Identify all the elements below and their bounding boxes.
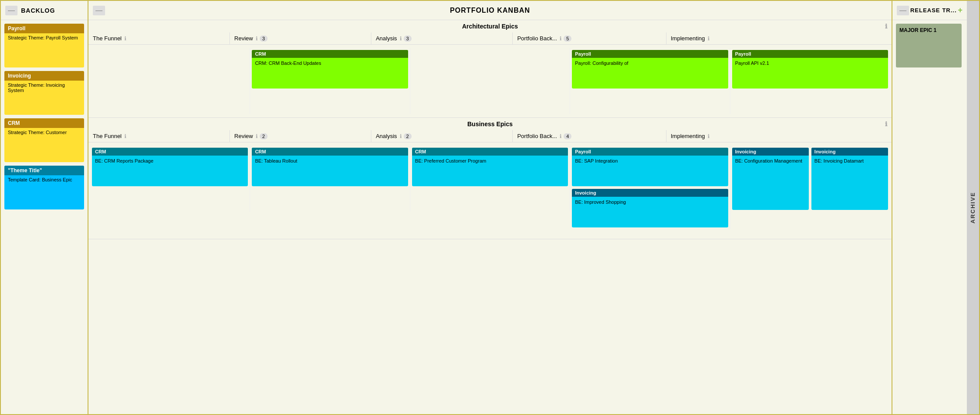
biz-cards-row: CRM BE: CRM Reports Package CRM BE: Tabl… <box>88 142 892 239</box>
card-header: Invoicing <box>572 189 728 197</box>
list-item[interactable]: Payroll Strategic Theme: Payroll System <box>4 24 84 67</box>
arch-funnel-label: The Funnel <box>93 35 122 42</box>
arch-col-portfolio-header: Portfolio Back... ℹ 5 <box>513 32 666 44</box>
list-item[interactable]: CRM BE: Preferred Customer Program <box>412 148 568 186</box>
arch-implementing-col: Payroll Payroll API v2.1 <box>730 48 890 114</box>
backlog-cards: Payroll Strategic Theme: Payroll System … <box>1 20 88 213</box>
release-cards: MAJOR EPIC 1 <box>892 20 967 71</box>
card-body: Payroll API v2.1 <box>732 58 888 89</box>
biz-col-funnel-header: The Funnel ℹ <box>88 130 230 142</box>
card-header: "Theme Title" <box>4 166 84 175</box>
info-icon[interactable]: ℹ <box>885 121 887 128</box>
biz-review-label: Review <box>234 133 253 139</box>
card-body: Strategic Theme: Payroll System <box>4 33 84 44</box>
biz-col-analysis-header: Analysis ℹ 2 <box>371 130 513 142</box>
biz-analysis-count: 2 <box>404 133 412 139</box>
arch-review-count: 3 <box>260 35 268 42</box>
info-icon[interactable]: ℹ <box>124 133 127 139</box>
business-epics-title: Business Epics <box>467 121 513 128</box>
add-release-button[interactable]: + <box>958 6 962 15</box>
arch-analysis-label: Analysis <box>376 35 397 42</box>
arch-implementing-label: Implementing <box>671 35 705 42</box>
card-header: Payroll <box>572 148 728 156</box>
card-body: BE: Tableau Rollout <box>252 156 408 186</box>
list-item[interactable]: Invoicing Strategic Theme: Invoicing Sys… <box>4 71 84 115</box>
backlog-panel: — BACKLOG Payroll Strategic Theme: Payro… <box>1 1 88 414</box>
biz-col-implementing-header: Implementing ℹ <box>666 130 892 142</box>
card-body: BE: Improved Shopping <box>572 197 728 227</box>
arch-col-analysis-header: Analysis ℹ 3 <box>371 32 513 44</box>
backlog-collapse-button[interactable]: — <box>5 6 18 15</box>
card-body: BE: CRM Reports Package <box>92 156 248 186</box>
main-panel: — PORTFOLIO KANBAN Architectural Epics ℹ… <box>88 1 892 414</box>
list-item[interactable]: MAJOR EPIC 1 <box>896 24 962 67</box>
info-icon[interactable]: ℹ <box>708 35 710 42</box>
biz-col-review-header: Review ℹ 2 <box>230 130 371 142</box>
arch-portfolio-label: Portfolio Back... <box>517 35 557 42</box>
biz-review-count: 2 <box>260 133 268 139</box>
arch-review-label: Review <box>234 35 253 42</box>
list-item[interactable]: CRM BE: CRM Reports Package <box>92 148 248 186</box>
arch-analysis-count: 3 <box>404 35 412 42</box>
release-header: — RELEASE TR... + <box>892 1 967 20</box>
info-icon[interactable]: ℹ <box>400 133 402 139</box>
biz-portfolio-col: Payroll BE: SAP Integration Invoicing BE… <box>570 146 730 229</box>
list-item[interactable]: Invoicing BE: Improved Shopping <box>572 189 728 227</box>
biz-portfolio-label: Portfolio Back... <box>517 133 557 139</box>
card-body: CRM: CRM Back-End Updates <box>252 58 408 89</box>
list-item[interactable]: CRM CRM: CRM Back-End Updates <box>252 50 408 89</box>
biz-analysis-label: Analysis <box>376 133 397 139</box>
architectural-epics-title: Architectural Epics <box>462 23 518 30</box>
card-header: CRM <box>252 50 408 58</box>
arch-cards-row: CRM CRM: CRM Back-End Updates Payroll Pa… <box>88 45 892 117</box>
biz-columns-header: The Funnel ℹ Review ℹ 2 Analysis ℹ 2 Por… <box>88 130 892 142</box>
card-header: CRM <box>412 148 568 156</box>
info-icon[interactable]: ℹ <box>124 35 127 42</box>
arch-col-implementing-header: Implementing ℹ <box>666 32 892 44</box>
architectural-epics-section: Architectural Epics ℹ The Funnel ℹ Revie… <box>88 20 892 118</box>
list-item[interactable]: Invoicing BE: Configuration Management <box>732 148 809 210</box>
list-item[interactable]: Invoicing BE: Invoicing Datamart <box>811 148 888 210</box>
kanban-header: — PORTFOLIO KANBAN <box>88 1 892 20</box>
card-header: CRM <box>92 148 248 156</box>
business-epics-section: Business Epics ℹ The Funnel ℹ Review ℹ 2… <box>88 118 892 239</box>
business-epics-header: Business Epics ℹ <box>88 118 892 130</box>
list-item[interactable]: "Theme Title" Template Card: Business Ep… <box>4 166 84 209</box>
info-icon[interactable]: ℹ <box>400 35 402 42</box>
release-collapse-button[interactable]: — <box>897 6 909 15</box>
card-header: Payroll <box>572 50 728 58</box>
arch-col-review-header: Review ℹ 3 <box>230 32 371 44</box>
card-body: Template Card: Business Epic <box>4 175 84 186</box>
card-body: BE: Preferred Customer Program <box>412 156 568 186</box>
card-header: Invoicing <box>732 148 809 156</box>
card-header: Invoicing <box>4 71 84 81</box>
card-body: BE: Invoicing Datamart <box>811 156 888 186</box>
list-item[interactable]: Payroll Payroll: Configurability of <box>572 50 728 89</box>
kanban-collapse-button[interactable]: — <box>93 6 105 15</box>
arch-col-funnel-header: The Funnel ℹ <box>88 32 230 44</box>
biz-funnel-col: CRM BE: CRM Reports Package <box>90 146 250 212</box>
list-item[interactable]: Payroll Payroll API v2.1 <box>732 50 888 89</box>
info-icon[interactable]: ℹ <box>256 35 258 42</box>
arch-portfolio-count: 5 <box>564 35 571 42</box>
info-icon[interactable]: ℹ <box>560 133 562 139</box>
backlog-header: — BACKLOG <box>1 1 88 20</box>
card-header: CRM <box>4 118 84 128</box>
arch-analysis-col <box>410 48 570 114</box>
info-icon[interactable]: ℹ <box>885 23 887 30</box>
biz-analysis-col: CRM BE: Preferred Customer Program <box>410 146 570 212</box>
list-item[interactable]: CRM BE: Tableau Rollout <box>252 148 408 186</box>
archive-label: ARCHIVE <box>967 1 979 414</box>
list-item[interactable]: CRM Strategic Theme: Customer <box>4 118 84 162</box>
release-panel: — RELEASE TR... + MAJOR EPIC 1 ARCHIVE <box>892 1 979 414</box>
info-icon[interactable]: ℹ <box>708 133 710 139</box>
card-body: BE: SAP Integration <box>572 156 728 186</box>
card-body: Payroll: Configurability of <box>572 58 728 89</box>
biz-review-col: CRM BE: Tableau Rollout <box>250 146 410 212</box>
info-icon[interactable]: ℹ <box>560 35 562 42</box>
list-item[interactable]: Payroll BE: SAP Integration <box>572 148 728 186</box>
biz-col-portfolio-header: Portfolio Back... ℹ 4 <box>513 130 666 142</box>
arch-portfolio-col: Payroll Payroll: Configurability of <box>570 48 730 114</box>
info-icon[interactable]: ℹ <box>256 133 258 139</box>
arch-columns-header: The Funnel ℹ Review ℹ 3 Analysis ℹ 3 Por… <box>88 32 892 45</box>
